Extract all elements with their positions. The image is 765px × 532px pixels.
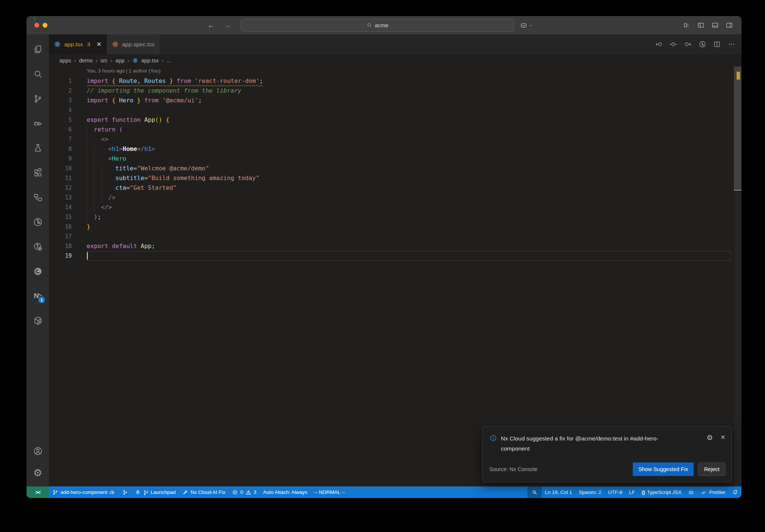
breadcrumb-item[interactable]: app	[115, 58, 124, 64]
open-changes-icon[interactable]	[669, 40, 677, 48]
code-line[interactable]: 8 <h1>Home</h1>	[49, 144, 741, 154]
double-check-icon	[701, 489, 707, 495]
encoding-status[interactable]: UTF-8	[605, 486, 626, 498]
tab-app-tsx[interactable]: app.tsx 3 ✕	[49, 34, 106, 54]
notification-settings-icon[interactable]: ⚙	[707, 433, 713, 442]
copilot-status-button[interactable]	[685, 486, 697, 498]
testing-icon	[33, 143, 43, 153]
activity-run-debug-button[interactable]	[27, 111, 49, 136]
breadcrumb-item[interactable]: ...	[167, 58, 171, 64]
tab-label: app.tsx	[64, 41, 83, 48]
code-line[interactable]: 5export function App() {	[49, 115, 741, 125]
breadcrumb-item[interactable]: src	[100, 58, 108, 64]
editor-scrollbar[interactable]	[734, 66, 741, 486]
language-mode-status[interactable]: {} TypeScript JSX	[638, 486, 685, 498]
toggle-secondary-sidebar-button[interactable]	[725, 21, 733, 29]
history-forward-button[interactable]: →	[224, 21, 231, 30]
history-back-button[interactable]: ←	[207, 21, 215, 30]
tab-app-spec-tsx[interactable]: app.spec.tsx	[106, 34, 159, 54]
code-line[interactable]: 15 );	[49, 212, 741, 222]
zoom-window-button[interactable]	[34, 16, 35, 21]
line-number: 4	[49, 105, 72, 115]
problems-status-button[interactable]: 0 3	[229, 486, 260, 498]
code-line[interactable]: 19	[49, 251, 741, 261]
tab-bar: app.tsx 3 ✕ app.spec.tsx	[49, 34, 741, 54]
code-line[interactable]: 4	[49, 105, 741, 115]
line-content: );	[87, 212, 101, 222]
reject-button[interactable]: Reject	[698, 463, 725, 476]
activity-search-button[interactable]	[27, 62, 49, 86]
minimize-window-button[interactable]	[43, 23, 47, 28]
show-suggested-fix-button[interactable]: Show Suggested Fix	[633, 463, 694, 476]
indentation-status[interactable]: Spaces: 2	[576, 486, 605, 498]
toggle-primary-sidebar-button[interactable]	[697, 21, 705, 29]
activity-source-control-button[interactable]	[27, 86, 49, 111]
line-number: 15	[49, 212, 72, 222]
command-center-search[interactable]: acme	[241, 19, 514, 32]
activity-edge-button[interactable]	[27, 259, 49, 284]
code-line[interactable]: 1import { Route, Routes } from 'react-ro…	[49, 76, 741, 86]
code-line[interactable]: 6 return (	[49, 125, 741, 134]
formatter-status-button[interactable]: Prettier	[697, 486, 729, 498]
breadcrumb-item[interactable]: apps	[59, 58, 71, 64]
activity-gitlens-inspect-button[interactable]	[27, 234, 49, 259]
run-debug-icon	[33, 118, 43, 129]
activity-nx-console-button[interactable]: N>1	[27, 284, 49, 308]
copilot-menu-button[interactable]: ⌄	[520, 21, 532, 30]
code-line[interactable]: 12 cta="Get Started"	[49, 183, 741, 193]
activity-references-button[interactable]	[27, 185, 49, 210]
breadcrumb-item[interactable]: app.tsx	[141, 58, 159, 64]
remote-indicator-button[interactable]: ><	[27, 486, 49, 498]
react-file-icon	[132, 58, 138, 64]
zoom-out-icon	[532, 489, 538, 495]
activity-settings-button[interactable]: ⚙	[27, 462, 49, 483]
code-line[interactable]: 16}	[49, 222, 741, 232]
git-graph-status-button[interactable]	[119, 486, 131, 498]
code-editor[interactable]: You, 3 hours ago | 1 author (You) 1impor…	[49, 66, 741, 486]
wrench-icon	[182, 489, 188, 495]
notifications-bell-button[interactable]	[729, 486, 741, 498]
auto-attach-status[interactable]: Auto Attach: Always	[260, 486, 311, 498]
next-change-icon[interactable]	[684, 40, 692, 48]
split-editor-icon[interactable]	[713, 40, 721, 48]
previous-change-icon[interactable]	[655, 40, 663, 48]
customize-layout-button[interactable]	[683, 21, 691, 29]
activity-extensions-button[interactable]	[27, 160, 49, 185]
code-line[interactable]: 9 <Hero	[49, 154, 741, 164]
code-line[interactable]: 3import { Hero } from '@acme/ui';	[49, 96, 741, 105]
line-number: 13	[49, 193, 72, 202]
blame-annotation[interactable]: You, 3 hours ago | 1 author (You)	[87, 66, 741, 76]
bell-icon	[732, 489, 738, 495]
code-line[interactable]: 13 />	[49, 193, 741, 202]
launchpad-button[interactable]: Launchpad	[131, 486, 179, 498]
toggle-panel-button[interactable]	[711, 21, 719, 29]
code-line[interactable]: 7 <>	[49, 134, 741, 144]
code-line[interactable]: 17	[49, 232, 741, 241]
code-line[interactable]: 10 title="Welcmoe @acme/demo"	[49, 164, 741, 173]
line-content: subtitle="Build something amazing today"	[87, 173, 259, 183]
code-line[interactable]: 2// importing the component from the lib…	[49, 86, 741, 96]
vim-mode-status[interactable]: -- NORMAL --	[311, 486, 349, 498]
close-icon[interactable]: ✕	[721, 434, 725, 441]
activity-explorer-button[interactable]	[27, 37, 49, 62]
git-branch-status[interactable]: add-hero-component	[49, 486, 119, 498]
commit-graph-icon[interactable]	[699, 40, 706, 48]
nx-cloud-ai-fix-button[interactable]: Nx Cloud AI Fix	[179, 486, 229, 498]
close-tab-icon[interactable]: ✕	[96, 41, 101, 48]
activity-account-button[interactable]	[27, 440, 49, 462]
activity-package-button[interactable]	[27, 308, 49, 333]
more-actions-icon[interactable]	[728, 40, 735, 48]
activity-testing-button[interactable]	[27, 136, 49, 160]
scrollbar-thumb[interactable]	[734, 66, 741, 191]
code-line[interactable]: 11 subtitle="Build something amazing tod…	[49, 173, 741, 183]
formatter-label: Prettier	[709, 489, 725, 495]
chevron-right-icon: ›	[74, 57, 76, 64]
cursor-position-status[interactable]: Ln 19, Col 1	[542, 486, 576, 498]
code-line[interactable]: 18export default App;	[49, 241, 741, 251]
activity-gitlens-button[interactable]	[27, 210, 49, 234]
eol-status[interactable]: LF	[626, 486, 638, 498]
zoom-status-button[interactable]	[527, 486, 542, 498]
code-line[interactable]: 14 </>	[49, 202, 741, 212]
breadcrumb-item[interactable]: demo	[79, 58, 92, 64]
close-window-button[interactable]	[34, 23, 39, 28]
